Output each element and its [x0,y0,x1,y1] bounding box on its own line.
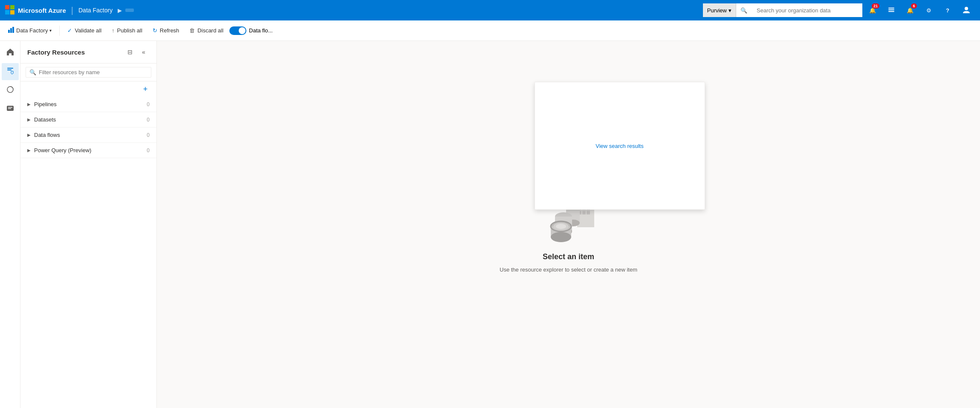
dataflows-chevron-icon: ▶ [27,133,31,137]
validate-icon: ✓ [67,27,72,34]
pipelines-count: 0 [147,101,150,107]
add-resource-button[interactable]: + [139,83,151,95]
minimize-panel-button[interactable]: « [138,46,150,58]
main-layout: Factory Resources ⊟ « 🔍 + [0,41,980,408]
resource-item-pipelines[interactable]: ▶ Pipelines 0 [20,97,156,112]
contacts-button[interactable] [883,2,900,19]
filter-search-icon: 🔍 [29,69,36,75]
svg-rect-6 [888,11,894,12]
contacts-icon [887,6,895,15]
nav-separator: | [71,6,73,15]
brand: Microsoft Azure [5,5,66,16]
search-scope-label: Purview [707,7,727,14]
alerts-badge: 6 [911,3,917,9]
svg-point-35 [551,232,571,242]
resource-item-left-pipelines: ▶ Pipelines [27,101,57,107]
sidebar-item-author[interactable] [2,63,19,80]
search-container: Purview ▾ 🔍 [703,3,862,17]
svg-rect-9 [10,28,12,33]
discard-all-button[interactable]: 🗑 Discard all [185,25,228,36]
dataflows-count: 0 [147,132,150,138]
factory-selector-label: Data Factory [16,27,48,34]
filter-resources-input[interactable] [39,69,147,75]
home-icon [6,48,14,58]
svg-rect-0 [5,5,9,9]
refresh-button[interactable]: ↻ Refresh [148,25,184,36]
notifications-button[interactable]: 🔔 21 [864,2,881,19]
svg-rect-10 [12,27,14,33]
publish-all-button[interactable]: ↑ Publish all [107,25,147,36]
datasets-chevron-icon: ▶ [27,117,31,122]
factory-icon [8,26,14,35]
powerquery-chevron-icon: ▶ [27,148,31,153]
data-flows-toggle[interactable]: Data flo... [229,26,273,35]
factory-panel-header: Factory Resources ⊟ « [20,41,156,64]
resource-item-left-datasets: ▶ Datasets [27,116,56,123]
view-search-results-link[interactable]: View search results [596,143,643,149]
validate-all-button[interactable]: ✓ Validate all [63,25,106,36]
datasets-label: Datasets [34,116,56,123]
monitor-icon [6,85,14,96]
svg-rect-15 [8,107,12,108]
factory-resources-panel: Factory Resources ⊟ « 🔍 + [20,41,157,408]
alerts-button[interactable]: 🔔 6 [902,2,919,19]
svg-rect-4 [888,8,894,9]
filter-input-wrap: 🔍 [26,67,151,78]
svg-rect-12 [7,69,12,70]
search-scope-dropdown[interactable]: Purview ▾ [703,3,736,17]
svg-rect-5 [888,9,894,10]
help-icon: ? [946,7,949,14]
help-button[interactable]: ? [939,2,956,19]
factory-panel-actions: ⊟ « [124,46,150,58]
resource-item-dataflows[interactable]: ▶ Data flows 0 [20,127,156,143]
resource-item-powerquery[interactable]: ▶ Power Query (Preview) 0 [20,143,156,158]
account-icon [962,6,971,15]
svg-point-7 [965,7,968,10]
svg-rect-1 [10,5,14,9]
svg-rect-25 [582,211,586,214]
resource-item-left-dataflows: ▶ Data flows [27,132,60,138]
toolbar: Data Factory ▾ ✓ Validate all ↑ Publish … [0,20,980,41]
global-search-input[interactable] [752,3,862,17]
toggle-track [229,26,246,35]
sidebar-item-home[interactable] [2,44,19,61]
search-icon: 🔍 [736,3,752,17]
factory-tag [125,9,134,12]
empty-state-title: Select an item [543,252,594,261]
factory-name-nav: Data Factory [78,7,113,14]
factory-selector-button[interactable]: Data Factory ▾ [3,24,56,37]
svg-rect-11 [7,68,13,69]
search-results-overlay: View search results [535,82,705,210]
top-nav: Microsoft Azure | Data Factory ▶ Purview… [0,0,980,20]
pipelines-chevron-icon: ▶ [27,102,31,107]
sidebar-item-monitor[interactable] [2,82,19,99]
refresh-label: Refresh [160,27,179,34]
settings-icon: ⚙ [926,7,931,14]
toggle-thumb [239,27,246,34]
empty-state: Select an item Use the resource explorer… [500,252,637,273]
search-scope-chevron: ▾ [728,7,731,14]
resource-item-datasets[interactable]: ▶ Datasets 0 [20,112,156,127]
top-nav-right: Purview ▾ 🔍 🔔 21 🔔 6 ⚙ [703,2,975,19]
svg-rect-8 [8,30,10,33]
add-icon: + [143,85,148,94]
discard-icon: 🗑 [189,27,195,34]
left-nav [0,41,20,408]
author-icon [6,67,14,77]
account-button[interactable] [958,2,975,19]
publish-icon: ↑ [112,27,115,34]
discard-all-label: Discard all [197,27,223,34]
svg-rect-16 [8,108,11,109]
main-content: View search results [157,41,980,408]
pipelines-label: Pipelines [34,101,57,107]
sidebar-item-manage[interactable] [2,101,19,118]
powerquery-count: 0 [147,148,150,153]
publish-all-label: Publish all [117,27,142,34]
data-flows-label: Data flo... [249,27,273,34]
powerquery-label: Power Query (Preview) [34,147,91,153]
collapse-panel-button[interactable]: ⊟ [124,46,136,58]
factory-nav-chevron: ▶ [118,7,122,14]
settings-button[interactable]: ⚙ [920,2,937,19]
factory-selector-chevron: ▾ [49,28,52,33]
validate-all-label: Validate all [75,27,101,34]
